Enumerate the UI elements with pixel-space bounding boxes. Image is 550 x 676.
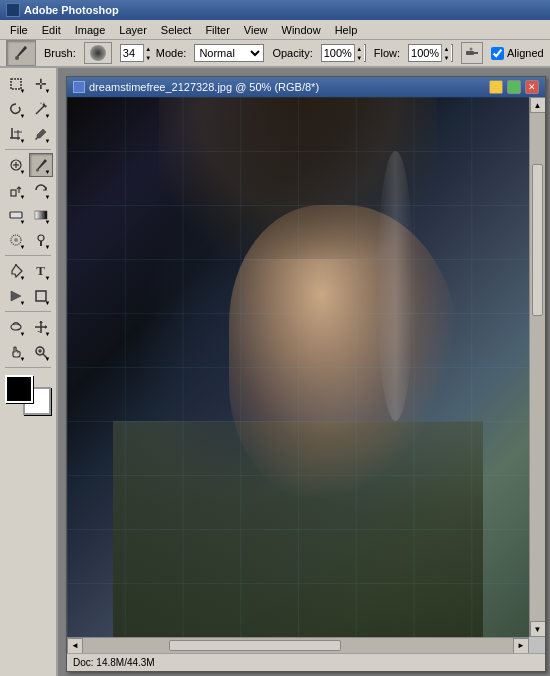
svg-point-3 <box>470 48 473 51</box>
flow-value[interactable] <box>409 47 441 59</box>
tool-row-8: ▼ T ▼ <box>4 259 53 283</box>
h-scroll-track[interactable] <box>83 638 513 653</box>
opacity-up[interactable]: ▲ <box>354 44 364 53</box>
menu-help[interactable]: Help <box>329 22 364 38</box>
tool-3d-pan[interactable]: ▼ <box>29 315 53 339</box>
tool-spot-heal[interactable]: ▼ <box>4 153 28 177</box>
app-icon <box>6 3 20 17</box>
tool-row-1: ▼ ✛ ▼ <box>4 72 53 96</box>
scroll-corner <box>529 637 545 653</box>
toolbox-sep-3 <box>5 311 51 312</box>
document-title: dreamstimefree_2127328.jpg @ 50% (RGB/8*… <box>89 81 485 93</box>
brush-label: Brush: <box>44 47 76 59</box>
tool-row-7: ▼ ▼ <box>4 228 53 252</box>
canvas-image[interactable] <box>67 97 529 637</box>
main-area: ▼ ✛ ▼ ▼ ▼ ▼ ▼ <box>0 68 550 676</box>
tool-dodge[interactable]: ▼ <box>29 228 53 252</box>
mode-select[interactable]: Normal Multiply Screen Overlay <box>194 44 264 62</box>
close-button[interactable]: ✕ <box>525 80 539 94</box>
svg-rect-21 <box>10 212 22 218</box>
brush-size-input[interactable]: ▲ ▼ <box>120 44 148 62</box>
brush-preview[interactable] <box>84 42 112 64</box>
menu-window[interactable]: Window <box>276 22 327 38</box>
minimize-button[interactable] <box>489 80 503 94</box>
tool-text[interactable]: T ▼ <box>29 259 53 283</box>
tool-eraser[interactable]: ▼ <box>4 203 28 227</box>
tool-eyedropper[interactable]: ▼ <box>29 122 53 146</box>
portrait-rim-light <box>377 151 414 421</box>
document-window: dreamstimefree_2127328.jpg @ 50% (RGB/8*… <box>66 76 546 672</box>
foreground-color-swatch[interactable] <box>5 375 33 403</box>
horizontal-scrollbar[interactable]: ◄ ► <box>67 637 529 653</box>
tool-hand[interactable]: ▼ <box>4 340 28 364</box>
scroll-left-arrow[interactable]: ◄ <box>67 638 83 654</box>
menu-layer[interactable]: Layer <box>113 22 153 38</box>
menu-filter[interactable]: Filter <box>199 22 235 38</box>
flow-down[interactable]: ▼ <box>441 53 451 62</box>
document-status: Doc: 14.8M/44.3M <box>73 657 155 668</box>
tool-brush[interactable]: ▼ <box>29 153 53 177</box>
flow-input[interactable]: ▲ ▼ <box>408 44 453 62</box>
tool-crop[interactable]: ▼ <box>4 122 28 146</box>
flow-up[interactable]: ▲ <box>441 44 451 53</box>
tool-row-11: ▼ ▼ <box>4 340 53 364</box>
aligned-checkbox[interactable] <box>491 47 504 60</box>
tool-move[interactable]: ✛ ▼ <box>29 72 53 96</box>
flow-label: Flow: <box>374 47 400 59</box>
menu-file[interactable]: File <box>4 22 34 38</box>
opacity-down[interactable]: ▼ <box>354 53 364 62</box>
opacity-value[interactable] <box>322 47 354 59</box>
menu-image[interactable]: Image <box>69 22 112 38</box>
app-title-bar: Adobe Photoshop <box>0 0 550 20</box>
brush-size-value[interactable] <box>121 47 143 59</box>
opacity-label: Opacity: <box>272 47 312 59</box>
airbrush-icon <box>465 46 479 60</box>
tool-3d-rotate[interactable]: ▼ <box>4 315 28 339</box>
svg-point-18 <box>36 169 39 172</box>
h-scroll-thumb[interactable] <box>169 640 341 651</box>
aligned-checkbox-area[interactable]: Aligned <box>491 47 544 60</box>
tool-row-6: ▼ ▼ <box>4 203 53 227</box>
status-bar: Doc: 14.8M/44.3M <box>67 653 545 671</box>
tool-row-9: ▼ ▼ <box>4 284 53 308</box>
maximize-button[interactable] <box>507 80 521 94</box>
tool-pen[interactable]: ▼ <box>4 259 28 283</box>
scroll-up-arrow[interactable]: ▲ <box>530 97 546 113</box>
v-scroll-thumb[interactable] <box>532 164 543 316</box>
document-icon <box>73 81 85 93</box>
svg-line-9 <box>43 103 44 104</box>
tool-shape[interactable]: ▼ <box>29 284 53 308</box>
tool-lasso[interactable]: ▼ <box>4 97 28 121</box>
tool-row-5: ▼ ▼ <box>4 178 53 202</box>
menu-view[interactable]: View <box>238 22 274 38</box>
tool-clone-stamp[interactable]: ▼ <box>4 178 28 202</box>
canvas-area: dreamstimefree_2127328.jpg @ 50% (RGB/8*… <box>58 68 550 676</box>
brush-size-down[interactable]: ▼ <box>143 53 153 62</box>
tool-history-brush[interactable]: ▼ <box>29 178 53 202</box>
svg-point-0 <box>15 56 19 60</box>
tool-blur[interactable]: ▼ <box>4 228 28 252</box>
tool-path-selection[interactable]: ▼ <box>4 284 28 308</box>
svg-rect-2 <box>474 52 478 54</box>
aligned-label: Aligned <box>507 47 544 59</box>
toolbox-sep-2 <box>5 255 51 256</box>
toolbox-sep-4 <box>5 367 51 368</box>
scroll-right-arrow[interactable]: ► <box>513 638 529 654</box>
svg-rect-1 <box>466 51 474 55</box>
v-scroll-track[interactable] <box>530 113 545 621</box>
portrait-image <box>67 97 529 637</box>
scroll-down-arrow[interactable]: ▼ <box>530 621 546 637</box>
tool-zoom[interactable]: ▼ <box>29 340 53 364</box>
tool-marquee-rect[interactable]: ▼ <box>4 72 28 96</box>
tool-magic-wand[interactable]: ▼ <box>29 97 53 121</box>
vertical-scrollbar[interactable]: ▲ ▼ <box>529 97 545 637</box>
menu-edit[interactable]: Edit <box>36 22 67 38</box>
svg-point-24 <box>14 238 18 242</box>
airbrush-button[interactable] <box>461 42 483 64</box>
menu-select[interactable]: Select <box>155 22 198 38</box>
opacity-input[interactable]: ▲ ▼ <box>321 44 366 62</box>
brush-size-up[interactable]: ▲ <box>143 44 153 53</box>
menu-bar: File Edit Image Layer Select Filter View… <box>0 20 550 40</box>
tool-gradient[interactable]: ▼ <box>29 203 53 227</box>
active-tool-indicator <box>6 40 36 66</box>
